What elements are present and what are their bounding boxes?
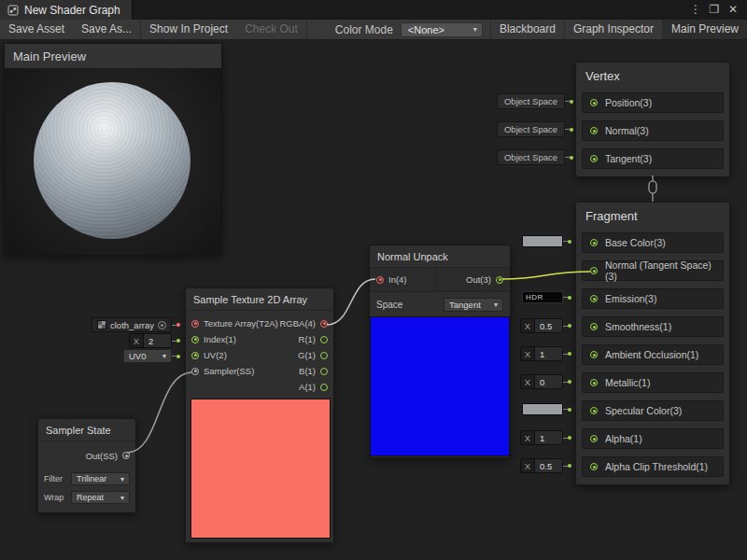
object-space-selector[interactable]: Object Space — [497, 93, 565, 109]
value-field[interactable]: 1 — [534, 347, 562, 360]
float-field[interactable]: X 1 — [520, 430, 563, 445]
emission-port[interactable] — [590, 295, 598, 302]
maximize-icon[interactable]: ❐ — [705, 0, 724, 20]
kebab-menu-icon[interactable]: ⋮ — [686, 0, 705, 20]
normal-tangent-port[interactable] — [590, 267, 598, 274]
fragment-row-normal[interactable]: Normal (Tangent Space)(3) — [582, 260, 724, 281]
float-field[interactable]: X 0 — [520, 374, 563, 389]
filter-value: Trilinear — [77, 474, 106, 483]
cloth-array-field[interactable]: cloth_array — [92, 317, 172, 332]
uv-dropdown[interactable]: UV0 ▾ — [123, 349, 172, 363]
vertex-slot-rows: Position(3) Normal(3) Tangent(3) — [576, 89, 729, 176]
filter-dropdown[interactable]: Trilinear ▾ — [71, 472, 130, 485]
smoothness-label: Smoothness(1) — [605, 321, 671, 332]
port-stub-dot — [568, 380, 571, 384]
object-space-selector[interactable]: Object Space — [497, 121, 565, 137]
main-preview-header[interactable]: Main Preview — [5, 44, 221, 68]
sampler-out-row: Out(SS) — [38, 441, 135, 469]
main-preview-button[interactable]: Main Preview — [663, 20, 747, 39]
sampler-port[interactable] — [191, 368, 199, 375]
base-color-port[interactable] — [590, 239, 598, 246]
color-swatch[interactable] — [522, 403, 563, 415]
normal-unpack-title: Normal Unpack — [370, 245, 510, 268]
rgba-port[interactable] — [320, 320, 328, 328]
color-mode-dropdown[interactable]: <None> ▾ — [401, 22, 483, 37]
fragment-row-base-color[interactable]: Base Color(3) — [582, 232, 724, 253]
fragment-row-specular-color[interactable]: Specular Color(3) — [582, 400, 724, 421]
object-space-selector[interactable]: Object Space — [497, 149, 565, 165]
port-row: Index(1) R(1) — [186, 331, 333, 347]
vertex-row-position[interactable]: Position(3) — [582, 92, 724, 113]
smoothness-port[interactable] — [590, 323, 598, 330]
float-field[interactable]: X 0.5 — [520, 458, 563, 473]
hdr-color-field[interactable]: HDR — [522, 291, 563, 303]
show-in-project-button[interactable]: Show In Project — [141, 20, 236, 39]
window-tab[interactable]: New Shader Graph — [0, 0, 133, 20]
space-label: Space — [376, 300, 402, 310]
color-swatch[interactable] — [522, 235, 563, 247]
chevron-down-icon: ▾ — [120, 475, 124, 483]
vertex-row-normal[interactable]: Normal(3) — [582, 120, 724, 141]
value-field[interactable]: 0.5 — [534, 319, 562, 332]
port-stub-dot — [176, 339, 180, 343]
close-icon[interactable]: ✕ — [724, 0, 742, 20]
vertex-row-tangent[interactable]: Tangent(3) — [582, 148, 724, 169]
axis-label: X — [521, 319, 534, 332]
vertex-node[interactable]: Vertex Position(3) Normal(3) Tangent(3) — [575, 62, 730, 177]
axis-label: X — [521, 347, 534, 360]
fragment-row-alpha-clip[interactable]: Alpha Clip Threshold(1) — [582, 456, 724, 477]
value-field[interactable]: 0.5 — [534, 459, 562, 472]
fragment-node[interactable]: Fragment Base Color(3) Normal (Tangent S… — [575, 202, 730, 485]
port-stub-dot — [568, 296, 571, 300]
fragment-row-emission[interactable]: Emission(3) — [582, 288, 724, 309]
float-field[interactable]: X 1 — [520, 346, 563, 361]
ambient-occlusion-port[interactable] — [590, 351, 598, 358]
wrap-dropdown[interactable]: Repeat ▾ — [71, 491, 130, 504]
port-row: Texture Array(T2A) RGBA(4) — [186, 315, 333, 331]
texture-array-port[interactable] — [191, 320, 199, 328]
float-field[interactable]: X 2 — [129, 333, 172, 348]
a-port[interactable] — [320, 384, 328, 391]
alpha-clip-port[interactable] — [590, 463, 598, 470]
sampler-state-node[interactable]: Sampler State Out(SS) Filter Trilinear ▾… — [37, 418, 136, 513]
space-dropdown[interactable]: Tangent ▾ — [444, 298, 503, 312]
fragment-row-ambient-occlusion[interactable]: Ambient Occlusion(1) — [582, 344, 724, 365]
in-port[interactable] — [376, 276, 384, 284]
fragment-row-metallic[interactable]: Metallic(1) — [582, 372, 724, 393]
fragment-row-alpha[interactable]: Alpha(1) — [582, 428, 724, 449]
save-asset-button[interactable]: Save Asset — [0, 20, 73, 39]
object-picker-icon[interactable] — [158, 321, 166, 329]
specular-color-port[interactable] — [590, 407, 598, 414]
g-label: G(1) — [298, 350, 316, 360]
value-field[interactable]: 2 — [143, 334, 171, 347]
metallic-port[interactable] — [590, 379, 598, 386]
normal-unpack-node[interactable]: Normal Unpack In(4) Out(3) Space Tangent… — [369, 245, 511, 458]
fragment-row-smoothness[interactable]: Smoothness(1) — [582, 316, 724, 337]
save-as-button[interactable]: Save As... — [73, 20, 140, 39]
graph-inspector-button[interactable]: Graph Inspector — [565, 20, 662, 39]
sample-texture-2d-array-node[interactable]: Sample Texture 2D Array Texture Array(T2… — [185, 287, 334, 543]
normal-port[interactable] — [590, 127, 598, 134]
tangent-port[interactable] — [590, 155, 598, 162]
float-field[interactable]: X 0.5 — [520, 318, 563, 333]
r-port[interactable] — [320, 336, 328, 343]
g-port[interactable] — [320, 352, 328, 359]
out-ss-port[interactable] — [122, 452, 130, 459]
axis-label: X — [521, 375, 534, 388]
main-preview-panel[interactable]: Main Preview — [4, 43, 222, 256]
alpha-port[interactable] — [590, 435, 598, 442]
metallic-control: X 0 — [520, 374, 571, 389]
input-port-group: Index(1) — [191, 334, 236, 344]
sample-texture-preview — [190, 399, 331, 539]
sample-node-title: Sample Texture 2D Array — [186, 288, 333, 311]
input-port-group: Sampler(SS) — [191, 366, 254, 376]
value-field[interactable]: 0 — [534, 375, 562, 388]
index-port[interactable] — [191, 336, 199, 343]
blackboard-button[interactable]: Blackboard — [491, 20, 564, 39]
output-port-group: RGBA(4) — [279, 318, 328, 329]
uv-port[interactable] — [191, 352, 199, 359]
out-port[interactable] — [496, 276, 503, 284]
b-port[interactable] — [320, 368, 328, 375]
value-field[interactable]: 1 — [534, 431, 562, 444]
position-port[interactable] — [590, 99, 598, 106]
